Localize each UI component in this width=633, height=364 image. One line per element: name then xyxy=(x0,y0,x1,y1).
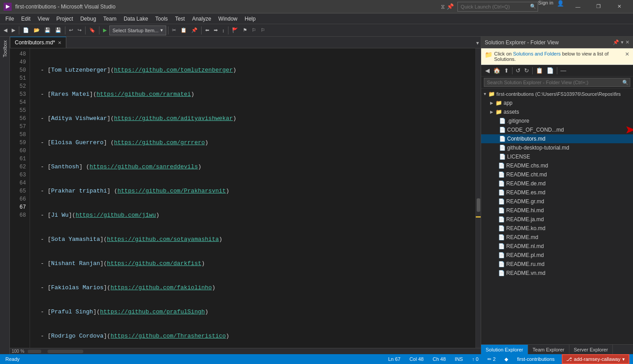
tree-item-readme-pl[interactable]: 📄 README.pl.md xyxy=(481,251,633,260)
menu-analyze[interactable]: Analyze xyxy=(189,13,215,24)
se-tb-copy2-btn[interactable]: 📄 xyxy=(545,66,555,75)
menu-view[interactable]: View xyxy=(34,13,53,24)
se-banner-close-btn[interactable]: ✕ xyxy=(625,51,629,57)
menu-datalake[interactable]: Data Lake xyxy=(120,13,152,24)
se-tb-copy-btn[interactable]: 📋 xyxy=(534,66,544,75)
tree-item-readme-nl[interactable]: 📄 README.nl.md xyxy=(481,242,633,251)
tree-app-expand[interactable]: ▶ xyxy=(490,101,495,105)
tree-item-app[interactable]: ▶ 📁 app xyxy=(481,98,633,107)
toolbar-nav3-btn[interactable]: ↕ xyxy=(220,25,227,36)
tree-item-readme-vn[interactable]: 📄 README.vn.md xyxy=(481,269,633,278)
tree-item-readme-chs[interactable]: 📄 README.chs.md xyxy=(481,161,633,170)
se-search-input[interactable] xyxy=(484,78,630,87)
status-branch-badge[interactable]: ⎇ add-ramsey-callaway ▾ xyxy=(562,354,629,364)
se-tb-home-btn[interactable]: 🏠 xyxy=(492,66,502,75)
startup-selector[interactable]: Select Startup Item... ▾ xyxy=(109,26,166,35)
h-scrollbar[interactable]: 100 % xyxy=(10,348,481,354)
editor-vscrollbar[interactable] xyxy=(475,48,481,348)
code-editor[interactable]: 48 49 50 51 52 53 54 55 56 57 58 59 60 6… xyxy=(10,48,481,348)
close-button[interactable]: ✕ xyxy=(609,0,629,13)
toolbar-new-btn[interactable]: 📄 xyxy=(21,25,31,36)
menu-tools[interactable]: Tools xyxy=(152,13,172,24)
status-ch[interactable]: Ch 48 xyxy=(431,354,448,364)
se-tab-team-explorer[interactable]: Team Explorer xyxy=(528,345,569,354)
toolbar-back-btn[interactable]: ◀ xyxy=(2,25,9,36)
menu-test[interactable]: Test xyxy=(172,13,189,24)
tree-item-coc[interactable]: ▶ 📄 CODE_OF_COND...md xyxy=(481,125,633,134)
toolbar-copy-btn[interactable]: 📋 xyxy=(179,25,189,36)
toolbar-undo-btn[interactable]: ↩ xyxy=(67,25,75,36)
svg-marker-0 xyxy=(617,126,633,133)
se-tb-up-btn[interactable]: ⬆ xyxy=(503,66,510,75)
se-close-icon[interactable]: ✕ xyxy=(625,39,629,45)
se-tb-minus-btn[interactable]: — xyxy=(559,66,568,75)
status-ins[interactable]: INS xyxy=(453,354,465,364)
toolbar-flag2-btn[interactable]: ⚑ xyxy=(241,25,249,36)
vscroll-thumb[interactable] xyxy=(477,198,480,212)
sign-in-label[interactable]: Sign in xyxy=(538,0,553,13)
status-project[interactable]: first-contributions xyxy=(515,354,556,364)
tree-root-expand[interactable]: ▼ xyxy=(483,92,487,96)
toolbar-paste-btn[interactable]: 📌 xyxy=(189,25,199,36)
tree-item-readme-es[interactable]: 📄 README.es.md xyxy=(481,188,633,197)
hscroll-thumb[interactable] xyxy=(47,350,83,353)
tree-assets-label: assets xyxy=(504,109,519,115)
tree-item-assets[interactable]: ▶ 📁 assets xyxy=(481,107,633,116)
tree-item-readme-ja[interactable]: 📄 README.ja.md xyxy=(481,215,633,224)
tree-item-readme-gr[interactable]: 📄 README.gr.md xyxy=(481,197,633,206)
menu-window[interactable]: Window xyxy=(215,13,241,24)
menu-help[interactable]: Help xyxy=(241,13,259,24)
menu-project[interactable]: Project xyxy=(53,13,77,24)
toolbar-save-btn[interactable]: 💾 xyxy=(43,25,52,36)
se-tab-solution-explorer[interactable]: Solution Explorer xyxy=(481,345,528,354)
toolbar-open-btn[interactable]: 📂 xyxy=(32,25,42,36)
toolbar-bookmark-btn[interactable]: 🔖 xyxy=(87,25,97,36)
tree-item-readme-de[interactable]: 📄 README.de.md xyxy=(481,179,633,188)
toolbar-flag-btn[interactable]: 🚩 xyxy=(230,25,240,36)
tree-item-readme-ko[interactable]: 📄 README.ko.md xyxy=(481,224,633,233)
toolbar-navback-btn[interactable]: ⬅ xyxy=(203,25,211,36)
tree-assets-expand[interactable]: ▶ xyxy=(490,110,495,114)
status-up[interactable]: ↑ 0 xyxy=(470,354,480,364)
toolbox-label[interactable]: Toolbox xyxy=(1,39,9,59)
toolbar-navfwd-btn[interactable]: ➡ xyxy=(212,25,220,36)
status-ready[interactable]: Ready xyxy=(4,354,22,364)
se-tab-server-explorer[interactable]: Server Explorer xyxy=(569,345,613,354)
quick-launch-input[interactable] xyxy=(457,2,538,12)
tab-close-icon[interactable]: ✕ xyxy=(58,40,61,45)
tree-item-gdt[interactable]: ▶ 📄 github-desktop-tutorial.md xyxy=(481,143,633,152)
se-tb-refresh2-btn[interactable]: ↻ xyxy=(523,66,530,75)
tree-item-readme-hi[interactable]: 📄 README.hi.md xyxy=(481,206,633,215)
toolbar-flag3-btn[interactable]: ⚐ xyxy=(250,25,258,36)
toolbar-cut-btn[interactable]: ✂ xyxy=(170,25,178,36)
status-col[interactable]: Col 48 xyxy=(408,354,426,364)
editor-tab-contributors[interactable]: Contributors.md* ✕ xyxy=(10,37,66,48)
code-content[interactable]: - [Tom Lutzenberger](https://github.com/… xyxy=(30,48,475,348)
tree-item-readme-ru[interactable]: 📄 README.ru.md xyxy=(481,260,633,269)
maximize-button[interactable]: ❐ xyxy=(588,0,609,13)
status-ln[interactable]: Ln 67 xyxy=(386,354,402,364)
minimize-button[interactable]: — xyxy=(568,0,588,13)
toolbar-fwd-btn[interactable]: ▶ xyxy=(10,25,17,36)
tree-item-readme-md[interactable]: 📄 README.md xyxy=(481,233,633,242)
status-pencil[interactable]: ✏ 2 xyxy=(486,354,497,364)
se-tb-refresh-btn[interactable]: ↺ xyxy=(514,66,522,75)
tree-item-license[interactable]: ▶ 📄 LICENSE xyxy=(481,152,633,161)
toolbar-redo-btn[interactable]: ↪ xyxy=(76,25,83,36)
tree-item-readme-cht[interactable]: 📄 README.cht.md xyxy=(481,170,633,179)
se-tb-back-btn[interactable]: ◀ xyxy=(484,66,491,75)
menu-team[interactable]: Team xyxy=(100,13,120,24)
tab-scroll-btn[interactable]: ▾ xyxy=(474,38,481,48)
tree-item-gitignore[interactable]: ▶ 📄 .gitignore xyxy=(481,116,633,125)
toolbar-flag4-btn[interactable]: ⚐ xyxy=(259,25,267,36)
menu-edit[interactable]: Edit xyxy=(17,13,34,24)
se-dropdown-icon[interactable]: ▾ xyxy=(621,39,624,45)
tree-root[interactable]: ▼ 📁 first-contributions (C:\Users\FS1039… xyxy=(481,90,633,98)
toolbar-play-btn[interactable]: ▶ xyxy=(101,25,108,36)
menu-debug[interactable]: Debug xyxy=(77,13,99,24)
se-pin-icon[interactable]: 📌 xyxy=(613,39,619,45)
tree-item-contributors[interactable]: ▶ 📄 Contributors.md xyxy=(481,134,633,143)
zoom-select[interactable] xyxy=(28,350,41,353)
toolbar-saveall-btn[interactable]: 💾 xyxy=(53,25,63,36)
menu-file[interactable]: File xyxy=(2,13,17,24)
